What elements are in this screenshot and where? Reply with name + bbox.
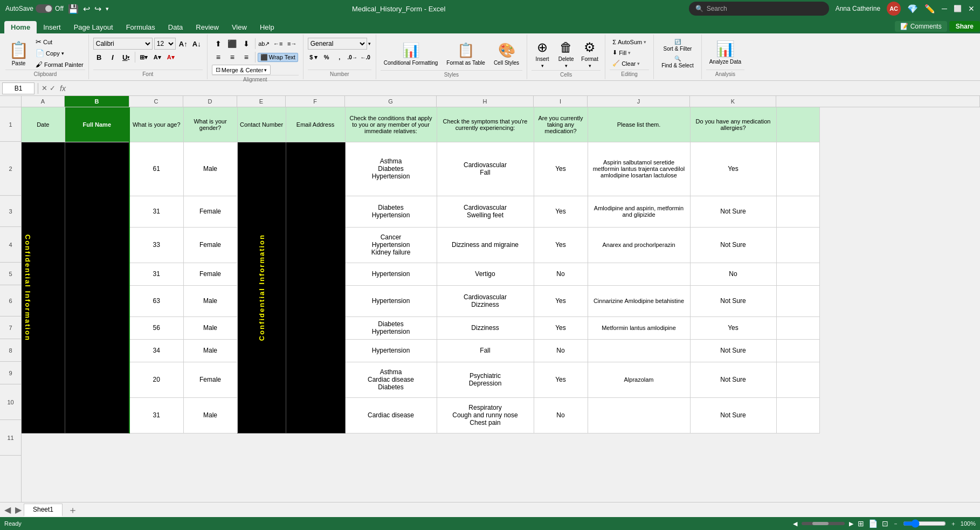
scroll-left-btn[interactable]: ◀ [793, 520, 797, 527]
cell-J6[interactable]: Cinnarizine Amlodipine betahistine [588, 285, 690, 316]
col-header-G[interactable]: G [345, 96, 437, 107]
cell-H5[interactable]: Vertigo [437, 263, 534, 285]
undo-icon[interactable]: ↩ [83, 4, 90, 14]
cell-J5[interactable] [588, 263, 690, 285]
cell-J2[interactable]: Aspirin salbutamol seretide metformin la… [588, 142, 690, 196]
analyze-data-btn[interactable]: 📊 Analyze Data [706, 36, 744, 70]
cell-A2[interactable]: Confidential Information [22, 142, 65, 433]
cell-J9[interactable]: Alprazolam [588, 362, 690, 397]
cell-G7[interactable]: DiabetesHypertension [345, 316, 437, 339]
cell-G5[interactable]: Hypertension [345, 263, 437, 285]
tab-data[interactable]: Data [162, 21, 189, 33]
cell-C7[interactable]: 56 [129, 316, 183, 339]
percent-btn[interactable]: % [321, 51, 333, 63]
header-J[interactable]: Please list them. [588, 107, 690, 142]
cell-I5[interactable]: No [534, 263, 588, 285]
zoom-in-btn[interactable]: ＋ [950, 520, 956, 528]
decimal-increase-btn[interactable]: .0→ [347, 51, 358, 63]
header-I[interactable]: Are you currently taking any medication? [534, 107, 588, 142]
cell-I10[interactable]: No [534, 397, 588, 433]
cell-D8[interactable]: Male [183, 339, 237, 362]
col-header-E[interactable]: E [237, 96, 286, 107]
currency-btn[interactable]: $ ▾ [308, 51, 320, 63]
cell-K3[interactable]: Not Sure [690, 196, 776, 227]
cell-I7[interactable]: Yes [534, 316, 588, 339]
cell-J4[interactable]: Anarex and prochorlperazin [588, 227, 690, 263]
header-F[interactable]: Email Address [286, 107, 345, 142]
autosum-btn[interactable]: Σ AutoSum ▾ [610, 38, 649, 46]
page-layout-view-btn[interactable]: 📄 [868, 519, 878, 528]
col-header-I[interactable]: I [534, 96, 588, 107]
align-right-btn[interactable]: ≡ [240, 51, 253, 63]
align-bottom-btn[interactable]: ⬇ [240, 38, 253, 50]
delete-btn[interactable]: 🗑 Delete ▾ [555, 38, 577, 70]
row-header-4[interactable]: 4 [0, 227, 21, 263]
align-middle-btn[interactable]: ⬛ [226, 38, 239, 50]
col-header-C[interactable]: C [129, 96, 183, 107]
redo-icon[interactable]: ↪ [94, 4, 101, 14]
cell-J3[interactable]: Amlodipine and aspirin, metformin and gl… [588, 196, 690, 227]
comments-btn[interactable]: 📝 Comments [895, 21, 947, 32]
align-left-btn[interactable]: ≡ [212, 51, 225, 63]
cell-H10[interactable]: RespiratoryCough and runny noseChest pai… [437, 397, 534, 433]
cell-D2[interactable]: Male [183, 142, 237, 196]
paste-btn[interactable]: 📋 Paste [5, 37, 32, 70]
add-sheet-btn[interactable]: ＋ [64, 504, 82, 517]
wrap-text-btn[interactable]: ⬛ Wrap Text [258, 53, 298, 62]
conditional-formatting-btn[interactable]: 📊 Conditional Formatting [381, 38, 441, 70]
search-bar-title[interactable]: 🔍 Search [689, 2, 829, 16]
tab-help[interactable]: Help [253, 21, 281, 33]
cell-C8[interactable]: 34 [129, 339, 183, 362]
row-header-6[interactable]: 6 [0, 285, 21, 316]
cell-styles-btn[interactable]: 🎨 Cell Styles [491, 38, 522, 70]
name-box[interactable] [2, 82, 34, 94]
comma-btn[interactable]: , [334, 51, 346, 63]
zoom-out-btn[interactable]: － [893, 520, 899, 528]
restore-btn[interactable]: ⬜ [954, 5, 962, 12]
sort-filter-btn[interactable]: 🔃 Sort & Filter [658, 38, 696, 53]
cell-K10[interactable]: Not Sure [690, 397, 776, 433]
decrease-font-btn[interactable]: A↓ [191, 38, 203, 50]
col-header-B[interactable]: B [65, 96, 129, 107]
cell-G4[interactable]: CancerHypertensionKidney failure [345, 227, 437, 263]
cell-C6[interactable]: 63 [129, 285, 183, 316]
cell-H6[interactable]: CardiovascularDizziness [437, 285, 534, 316]
col-header-D[interactable]: D [183, 96, 237, 107]
row-header-11[interactable]: 11 [0, 420, 21, 456]
col-header-A[interactable]: A [22, 96, 65, 107]
cell-I6[interactable]: Yes [534, 285, 588, 316]
header-E[interactable]: Contact Number [237, 107, 286, 142]
cell-C10[interactable]: 31 [129, 397, 183, 433]
col-header-J[interactable]: J [588, 96, 690, 107]
confirm-formula-btn[interactable]: ✓ [50, 84, 56, 92]
tab-insert[interactable]: Insert [37, 21, 67, 33]
row-header-7[interactable]: 7 [0, 316, 21, 339]
row-header-1[interactable]: 1 [0, 107, 21, 142]
cell-J7[interactable]: Metformin lantus amlodipine [588, 316, 690, 339]
cell-K2[interactable]: Yes [690, 142, 776, 196]
format-cells-btn[interactable]: ⚙ Format ▾ [579, 38, 601, 70]
cell-I8[interactable]: No [534, 339, 588, 362]
cut-btn[interactable]: ✂ Cut [34, 37, 85, 47]
header-C[interactable]: What is your age? [129, 107, 183, 142]
row-header-10[interactable]: 10 [0, 384, 21, 420]
cell-D10[interactable]: Male [183, 397, 237, 433]
cell-K4[interactable]: Not Sure [690, 227, 776, 263]
fill-color-btn[interactable]: A▾ [151, 51, 163, 63]
tab-home[interactable]: Home [4, 21, 37, 33]
cell-C9[interactable]: 20 [129, 362, 183, 397]
fill-btn[interactable]: ⬇ Fill ▾ [610, 48, 633, 57]
scroll-right-btn[interactable]: ▶ [849, 520, 853, 527]
cell-C4[interactable]: 33 [129, 227, 183, 263]
zoom-slider[interactable] [903, 519, 946, 528]
cell-D6[interactable]: Male [183, 285, 237, 316]
scroll-bar[interactable] [802, 522, 845, 525]
font-family-select[interactable]: Calibri [93, 38, 153, 50]
minimize-btn[interactable]: ─ [942, 4, 947, 13]
cell-G8[interactable]: Hypertension [345, 339, 437, 362]
cell-G10[interactable]: Cardiac disease [345, 397, 437, 433]
cancel-formula-btn[interactable]: ✕ [42, 84, 47, 92]
cell-G9[interactable]: AsthmaCardiac diseaseDiabetes [345, 362, 437, 397]
autosave-toggle[interactable]: AutoSave Off [5, 4, 64, 13]
header-A[interactable]: Date [22, 107, 65, 142]
